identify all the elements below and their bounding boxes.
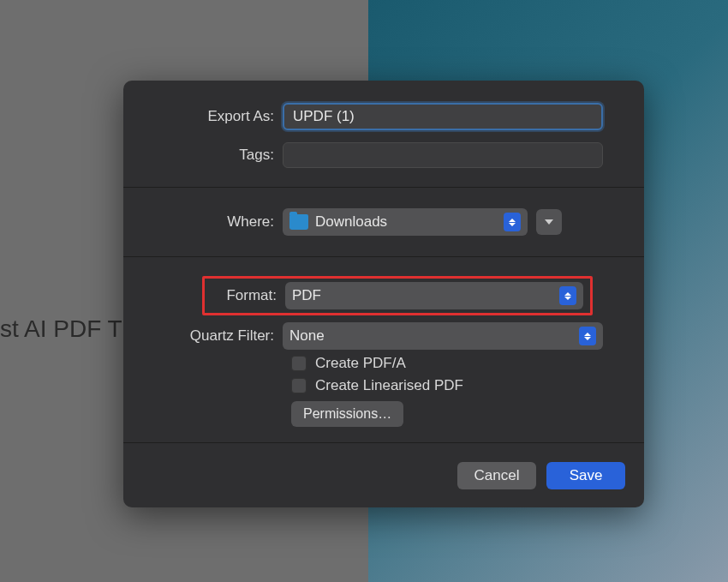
- section-name-tags: Export As: Tags:: [123, 81, 644, 188]
- dialog-footer: Cancel Save: [123, 443, 644, 507]
- where-popup[interactable]: Downloads: [283, 208, 528, 236]
- expand-button[interactable]: [536, 209, 562, 235]
- format-value: PDF: [292, 287, 559, 304]
- where-label: Where:: [123, 213, 283, 231]
- save-button[interactable]: Save: [546, 462, 625, 489]
- quartz-filter-label: Quartz Filter:: [123, 327, 283, 345]
- create-pdfa-label: Create PDF/A: [315, 355, 406, 372]
- tags-label: Tags:: [123, 147, 283, 164]
- cancel-button[interactable]: Cancel: [457, 462, 536, 489]
- updown-icon: [559, 286, 576, 305]
- export-dialog: Export As: Tags: Where: Downloads: [123, 81, 644, 507]
- tags-input[interactable]: [283, 142, 603, 168]
- updown-icon: [579, 327, 596, 345]
- format-popup[interactable]: PDF: [285, 282, 583, 309]
- where-value: Downloads: [315, 213, 504, 231]
- permissions-button[interactable]: Permissions…: [291, 401, 403, 427]
- export-as-label: Export As:: [123, 108, 283, 125]
- section-format: Format: PDF Quartz Filter: None Cre: [123, 257, 644, 443]
- format-label: Format:: [212, 287, 285, 304]
- create-linearised-label: Create Linearised PDF: [315, 377, 463, 394]
- quartz-filter-popup[interactable]: None: [283, 322, 603, 350]
- section-where: Where: Downloads: [123, 188, 644, 257]
- background-text: st AI PDF T: [0, 315, 122, 343]
- chevron-down-icon: [545, 219, 553, 225]
- create-linearised-checkbox[interactable]: [291, 378, 307, 393]
- folder-icon: [289, 214, 308, 230]
- export-as-input[interactable]: [283, 103, 603, 130]
- quartz-filter-value: None: [289, 327, 579, 345]
- create-pdfa-checkbox[interactable]: [291, 356, 307, 371]
- format-highlight: Format: PDF: [202, 276, 593, 315]
- updown-icon: [504, 213, 521, 231]
